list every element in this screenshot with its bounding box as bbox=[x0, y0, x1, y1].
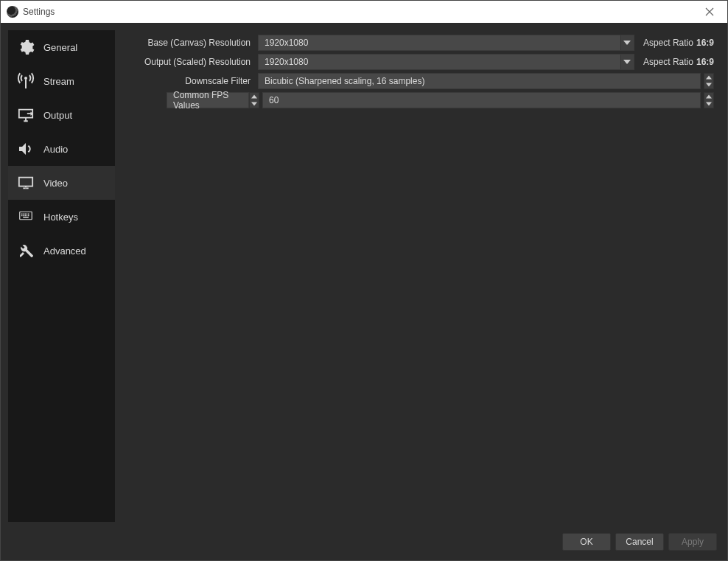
antenna-icon bbox=[15, 71, 36, 91]
close-button[interactable] bbox=[695, 1, 724, 23]
base-resolution-select[interactable]: 1920x1080 bbox=[258, 35, 634, 51]
sidebar-item-advanced[interactable]: Advanced bbox=[8, 234, 115, 268]
chevron-up-icon bbox=[704, 93, 713, 100]
output-icon bbox=[15, 105, 36, 125]
fps-value-select[interactable]: 60 bbox=[262, 92, 701, 108]
sidebar-item-output[interactable]: Output bbox=[8, 98, 115, 132]
base-resolution-value: 1920x1080 bbox=[265, 38, 308, 48]
sidebar-item-label: Hotkeys bbox=[43, 212, 78, 223]
fps-mode-stepper[interactable] bbox=[249, 92, 259, 108]
output-resolution-value: 1920x1080 bbox=[265, 57, 308, 67]
downscale-filter-select[interactable]: Bicubic (Sharpened scaling, 16 samples) bbox=[258, 73, 701, 89]
keyboard-icon bbox=[15, 206, 36, 227]
settings-window: Settings General Stream bbox=[0, 0, 728, 561]
sidebar-item-label: Audio bbox=[43, 144, 68, 155]
sidebar: General Stream Output Audio bbox=[8, 30, 115, 522]
downscale-filter-label: Downscale Filter bbox=[122, 76, 255, 86]
sidebar-item-stream[interactable]: Stream bbox=[8, 64, 115, 98]
fps-row: Common FPS Values 60 bbox=[122, 92, 714, 108]
tools-icon bbox=[15, 240, 36, 261]
apply-button[interactable]: Apply bbox=[668, 533, 717, 551]
chevron-down-icon bbox=[620, 55, 634, 69]
downscale-filter-stepper[interactable] bbox=[704, 73, 714, 89]
chevron-down-icon bbox=[620, 35, 634, 50]
sidebar-item-label: Video bbox=[43, 178, 68, 189]
sidebar-item-video[interactable]: Video bbox=[8, 166, 115, 200]
output-resolution-label: Output (Scaled) Resolution bbox=[122, 57, 255, 67]
close-icon bbox=[705, 7, 714, 16]
chevron-down-icon bbox=[250, 100, 259, 108]
sidebar-item-label: Stream bbox=[43, 76, 74, 87]
base-aspect-ratio: Aspect Ratio 16:9 bbox=[637, 38, 714, 48]
chevron-up-icon bbox=[704, 74, 713, 81]
fps-mode-select-wrap: Common FPS Values bbox=[167, 92, 259, 108]
output-resolution-row: Output (Scaled) Resolution 1920x1080 Asp… bbox=[122, 54, 714, 70]
chevron-up-icon bbox=[250, 93, 259, 100]
ok-button[interactable]: OK bbox=[562, 533, 611, 551]
speaker-icon bbox=[15, 139, 36, 159]
sidebar-item-general[interactable]: General bbox=[8, 30, 115, 64]
fps-value-stepper[interactable] bbox=[704, 92, 714, 108]
base-resolution-label: Base (Canvas) Resolution bbox=[122, 38, 255, 48]
chevron-down-icon bbox=[704, 81, 713, 88]
svg-rect-1 bbox=[19, 178, 32, 187]
chevron-down-icon bbox=[704, 100, 713, 108]
sidebar-item-label: Output bbox=[43, 110, 72, 121]
downscale-filter-row: Downscale Filter Bicubic (Sharpened scal… bbox=[122, 73, 714, 89]
base-resolution-row: Base (Canvas) Resolution 1920x1080 Aspec… bbox=[122, 35, 714, 51]
gear-icon bbox=[15, 37, 36, 58]
cancel-button[interactable]: Cancel bbox=[615, 533, 664, 551]
sidebar-item-label: Advanced bbox=[43, 245, 86, 257]
main-panel: Base (Canvas) Resolution 1920x1080 Aspec… bbox=[115, 23, 727, 529]
output-resolution-select[interactable]: 1920x1080 bbox=[258, 54, 634, 70]
sidebar-item-label: General bbox=[43, 42, 77, 53]
obs-icon bbox=[7, 6, 18, 18]
window-body: General Stream Output Audio bbox=[1, 23, 727, 529]
monitor-icon bbox=[15, 173, 36, 193]
fps-mode-select[interactable]: Common FPS Values bbox=[167, 92, 249, 108]
svg-point-0 bbox=[24, 77, 27, 80]
titlebar: Settings bbox=[1, 1, 727, 23]
downscale-filter-value: Bicubic (Sharpened scaling, 16 samples) bbox=[265, 76, 424, 86]
dialog-footer: OK Cancel Apply bbox=[1, 529, 727, 560]
output-aspect-ratio: Aspect Ratio 16:9 bbox=[637, 57, 714, 67]
sidebar-item-hotkeys[interactable]: Hotkeys bbox=[8, 200, 115, 234]
video-settings-form: Base (Canvas) Resolution 1920x1080 Aspec… bbox=[122, 35, 714, 108]
sidebar-item-audio[interactable]: Audio bbox=[8, 132, 115, 166]
window-title: Settings bbox=[23, 7, 55, 17]
